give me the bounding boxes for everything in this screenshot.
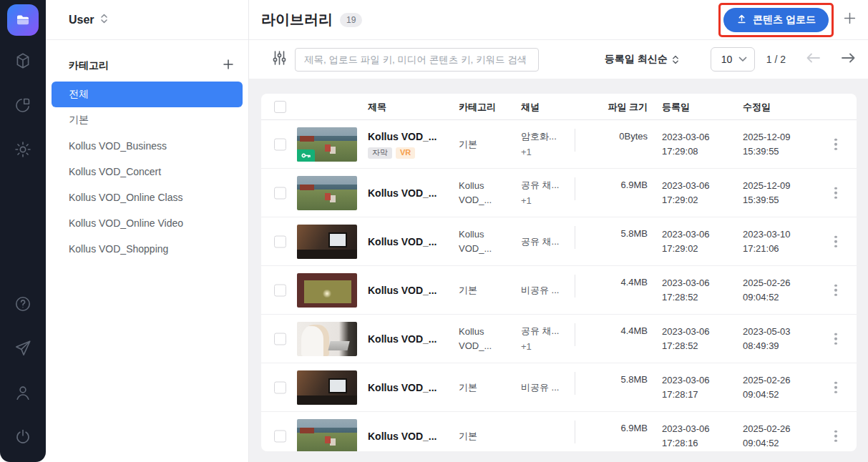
video-thumbnail[interactable] (297, 322, 357, 356)
video-thumbnail[interactable] (297, 176, 357, 210)
table-row: Kollus VOD_... 기본 6.9MB 2023-03-0617:28:… (261, 412, 857, 451)
category-item[interactable]: 기본 (52, 107, 243, 133)
video-thumbnail[interactable] (297, 273, 357, 308)
column-divider (575, 275, 575, 298)
video-thumbnail[interactable] (297, 370, 357, 405)
row-category: Kollus VOD_... (459, 217, 509, 266)
badge-VR: VR (396, 147, 415, 159)
category-item[interactable]: 전체 (52, 82, 243, 107)
prev-page-button[interactable] (806, 52, 821, 67)
filter-icon[interactable] (273, 50, 286, 69)
library-logo-icon[interactable] (7, 4, 39, 36)
power-icon[interactable] (14, 428, 32, 446)
row-title-link[interactable]: Kollus VOD_... (368, 431, 454, 442)
table-row: Kollus VOD_... Kollus VOD_... 공유 채... 5.… (261, 217, 857, 266)
row-checkbox[interactable] (274, 284, 286, 296)
column-divider (575, 421, 575, 443)
add-category-button[interactable] (223, 59, 234, 73)
column-title[interactable]: 제목 (368, 94, 452, 120)
category-item[interactable]: Kollus VOD_Online Class (52, 185, 243, 210)
video-thumbnail[interactable] (297, 419, 357, 451)
page-title: 라이브러리 (261, 10, 333, 29)
column-moddate[interactable]: 수정일 (743, 94, 817, 120)
category-item-label: Kollus VOD_Online Class (69, 192, 183, 203)
sort-button[interactable]: 등록일 최신순 (605, 53, 679, 66)
category-item[interactable]: Kollus VOD_Business (52, 133, 243, 159)
row-badges: 자막VR (368, 147, 454, 159)
row-regdate: 2023-03-0617:29:02 (662, 217, 739, 266)
row-category: 기본 (459, 120, 509, 169)
category-item-label: Kollus VOD_Shopping (69, 243, 168, 255)
row-moddate: 2025-02-2609:04:52 (743, 412, 820, 451)
row-title-link[interactable]: Kollus VOD_... (368, 382, 454, 393)
next-page-button[interactable] (841, 52, 856, 67)
row-title-link[interactable]: Kollus VOD_... (368, 285, 454, 296)
row-title-link[interactable]: Kollus VOD_... (368, 333, 454, 345)
select-all-checkbox[interactable] (274, 101, 286, 113)
row-title-link[interactable]: Kollus VOD_... (368, 131, 454, 142)
row-channel: 비공유 ... (521, 363, 577, 412)
chevron-down-icon (738, 56, 747, 62)
row-category: Kollus VOD_... (459, 315, 509, 363)
row-title-link[interactable]: Kollus VOD_... (368, 236, 454, 247)
column-divider (575, 129, 575, 152)
row-channel: 공유 채... +1 (521, 169, 577, 217)
pie-chart-icon[interactable] (14, 96, 32, 114)
sort-updown-icon (672, 55, 679, 64)
item-count-badge: 19 (340, 13, 362, 27)
category-item[interactable]: Kollus VOD_Online Video (52, 210, 243, 236)
chevron-updown-icon (100, 14, 108, 26)
row-moddate: 2023-03-1017:21:06 (743, 217, 820, 266)
row-checkbox[interactable] (274, 138, 286, 150)
table-body: Kollus VOD_... 자막VR 기본 암호화... +1 0Bytes … (261, 120, 857, 451)
column-divider (575, 323, 575, 346)
gear-icon[interactable] (14, 140, 32, 159)
category-item-label: 기본 (69, 114, 89, 127)
icon-rail (0, 0, 46, 462)
help-icon[interactable] (14, 295, 32, 313)
add-button[interactable] (844, 12, 856, 27)
upload-content-button[interactable]: 콘텐츠 업로드 (723, 8, 829, 32)
row-checkbox[interactable] (274, 430, 286, 442)
row-menu-button[interactable] (832, 281, 840, 299)
column-filesize[interactable]: 파일 크기 (576, 94, 648, 120)
row-menu-button[interactable] (832, 184, 840, 202)
row-moddate: 2025-12-0915:39:55 (743, 169, 820, 217)
category-item[interactable]: Kollus VOD_Shopping (52, 236, 243, 262)
row-menu-button[interactable] (832, 378, 840, 396)
row-checkbox[interactable] (274, 187, 286, 199)
row-channel: 공유 채... +1 (521, 315, 577, 363)
row-channel: 암호화... +1 (521, 120, 577, 169)
row-title-link[interactable]: Kollus VOD_... (368, 187, 454, 199)
row-checkbox[interactable] (274, 381, 286, 393)
column-divider (575, 226, 575, 249)
send-icon[interactable] (14, 339, 32, 358)
row-moddate: 2023-05-0308:49:39 (743, 315, 820, 363)
page-size-value: 10 (721, 54, 733, 65)
video-thumbnail[interactable] (297, 225, 357, 259)
column-category[interactable]: 카테고리 (459, 94, 512, 120)
workspace-switcher[interactable]: User (46, 0, 248, 40)
column-regdate[interactable]: 등록일 (662, 94, 736, 120)
row-menu-button[interactable] (832, 427, 840, 445)
row-channel: 비공유 ... (521, 266, 577, 315)
drm-key-badge (297, 149, 315, 162)
row-menu-button[interactable] (832, 330, 840, 348)
row-checkbox[interactable] (274, 333, 286, 345)
video-thumbnail[interactable] (297, 127, 357, 162)
page-header: 라이브러리 19 콘텐츠 업로드 (249, 0, 868, 40)
row-regdate: 2023-03-0617:28:17 (662, 363, 739, 412)
row-moddate: 2025-12-0915:39:55 (743, 120, 820, 169)
page-size-select[interactable]: 10 (711, 47, 755, 72)
cube-icon[interactable] (14, 51, 32, 70)
row-checkbox[interactable] (274, 235, 286, 247)
badge-자막: 자막 (368, 147, 392, 159)
row-menu-button[interactable] (832, 232, 840, 250)
row-filesize: 6.9MB (576, 169, 648, 217)
row-menu-button[interactable] (832, 135, 840, 153)
column-channel[interactable]: 채널 (521, 94, 577, 120)
user-icon[interactable] (14, 383, 32, 402)
workspace-name: User (69, 14, 94, 26)
category-item[interactable]: Kollus VOD_Concert (52, 159, 243, 185)
search-input[interactable] (295, 48, 539, 72)
